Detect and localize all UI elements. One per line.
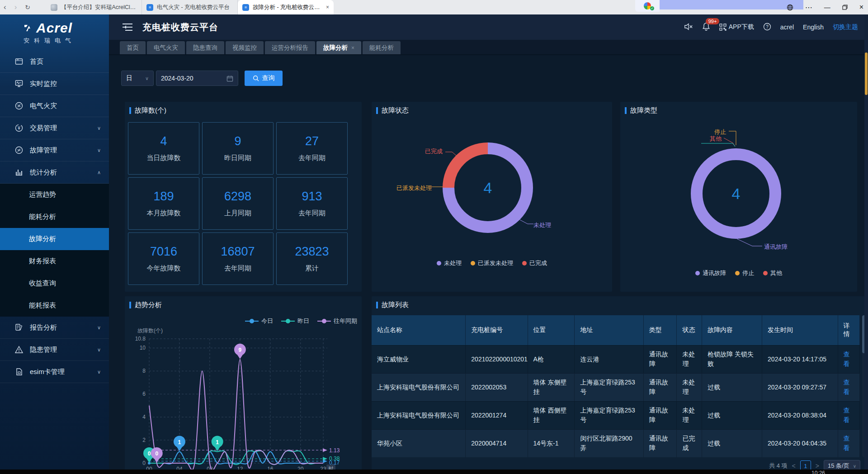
- chevron-down-icon: ∨: [97, 147, 101, 153]
- prev-page-icon[interactable]: <: [792, 462, 796, 469]
- chevron-down-icon: ∨: [853, 464, 856, 469]
- window-minimize-button[interactable]: —: [824, 4, 830, 11]
- browser-menu-icon[interactable]: ⋯: [805, 3, 812, 12]
- chevron-down-icon: ∨: [97, 369, 101, 375]
- tab-电气火灾[interactable]: 电气火灾: [147, 41, 185, 54]
- sidebar-item-隐患管理[interactable]: 隐患管理∨: [0, 339, 109, 361]
- stat-card: 189本月故障数: [128, 177, 199, 230]
- stat-label: 当日故障数: [147, 154, 181, 162]
- sidebar-subitem-收益查询[interactable]: 收益查询: [0, 272, 109, 294]
- sidebar-subitem-能耗分析[interactable]: 能耗分析: [0, 206, 109, 228]
- stat-label: 上月同期: [224, 209, 251, 218]
- legend-item-已派发未处理[interactable]: 已派发未处理: [471, 259, 513, 267]
- sidebar-item-交易管理[interactable]: ¥交易管理∨: [0, 117, 109, 139]
- sidebar-item-esim卡管理[interactable]: esim卡管理∨: [0, 361, 109, 383]
- theme-toggle[interactable]: 切换主题: [833, 23, 858, 31]
- notification-bell-icon[interactable]: 99+: [702, 22, 710, 32]
- cell: 2024-03-20 14:17:05: [762, 345, 838, 373]
- fault-type-panel: 故障类型 4 停止 其他 通讯故障 通讯故障停止其他: [620, 102, 857, 292]
- browser-chrome: ‹ › ↻ 【平台介绍】安科瑞AcrelCloud-9≡电气火灾 - 充电桩收费…: [0, 0, 868, 14]
- cell: 未处理: [677, 401, 702, 429]
- cell: 2020004714: [466, 429, 528, 457]
- browser-reload-icon[interactable]: ↻: [25, 4, 30, 11]
- page-scrollbar-thumb[interactable]: [865, 52, 868, 95]
- username[interactable]: acrel: [780, 24, 794, 31]
- tab-首页[interactable]: 首页: [120, 41, 146, 54]
- tab-视频监控[interactable]: 视频监控: [226, 41, 264, 54]
- tab-label: 首页: [127, 44, 139, 52]
- cell: 未处理: [677, 373, 702, 401]
- sidebar-item-统计分析[interactable]: 统计分析∧: [0, 161, 109, 184]
- legend-dot: [437, 261, 441, 265]
- tab-能耗分析[interactable]: 能耗分析: [363, 41, 401, 54]
- help-icon[interactable]: ?: [763, 23, 771, 32]
- legend-label: 已完成: [529, 259, 547, 267]
- sidebar-item-报告分析[interactable]: 报告分析∨: [0, 317, 109, 339]
- stat-card: 913去年同期: [276, 177, 348, 230]
- svg-text:9: 9: [239, 347, 242, 353]
- sidebar-item-实时监控[interactable]: 实时监控: [0, 73, 109, 95]
- window-restore-button[interactable]: [842, 5, 848, 10]
- pagination-total: 共 4 项: [769, 462, 787, 470]
- sidebar-subitem-能耗报表[interactable]: 能耗报表: [0, 294, 109, 317]
- sidebar-item-label: 故障管理: [30, 146, 57, 155]
- mute-icon[interactable]: [684, 23, 693, 32]
- legend-dot: [735, 271, 740, 275]
- sidebar-item-故障管理[interactable]: 故障管理∨: [0, 139, 109, 161]
- electric-fire-icon: [14, 101, 24, 110]
- legend-item-未处理[interactable]: 未处理: [437, 259, 462, 267]
- stat-value: 23823: [295, 245, 329, 259]
- legend-item-其他[interactable]: 其他: [763, 269, 782, 277]
- legend-item-已完成[interactable]: 已完成: [522, 259, 547, 267]
- legend-item-停止[interactable]: 停止: [735, 269, 754, 277]
- sidebar-item-label: 电气火灾: [30, 102, 57, 110]
- app-download-button[interactable]: APP下载: [719, 23, 754, 31]
- cell: 通讯故障: [643, 345, 677, 373]
- page-scrollbar[interactable]: [864, 14, 868, 474]
- sidebar-item-电气火灾[interactable]: 电气火灾: [0, 95, 109, 117]
- cell: 墙体 东侧壁挂: [528, 373, 575, 401]
- view-detail-link[interactable]: 查看: [844, 351, 850, 367]
- donut-label-other: 其他: [710, 135, 722, 143]
- panel-title: 故障数(个): [125, 102, 362, 115]
- sidebar-collapse-icon[interactable]: [123, 24, 132, 31]
- language-switch[interactable]: English: [803, 24, 824, 31]
- column-header-站点名称: 站点名称: [372, 315, 466, 345]
- sidebar-subitem-运营趋势[interactable]: 运营趋势: [0, 184, 109, 206]
- browser-tab[interactable]: ≡故障分析 - 充电桩收费云平台×: [238, 0, 334, 14]
- tab-close-icon[interactable]: ×: [326, 4, 329, 10]
- browser-tabstrip: 【平台介绍】安科瑞AcrelCloud-9≡电气火灾 - 充电桩收费云平台≡故障…: [46, 0, 334, 14]
- tab-隐患查询[interactable]: 隐患查询: [186, 41, 224, 54]
- svg-text:4: 4: [732, 185, 741, 202]
- browser-forward-icon[interactable]: ›: [14, 3, 17, 12]
- browser-back-icon[interactable]: ‹: [4, 3, 6, 12]
- globe-icon[interactable]: [787, 4, 793, 11]
- svg-text:10: 10: [140, 345, 146, 351]
- tab-label: 视频监控: [232, 44, 257, 52]
- window-close-button[interactable]: ×: [859, 3, 863, 11]
- logo-text: Acrel: [36, 20, 72, 36]
- sidebar-subitem-故障分析[interactable]: 故障分析: [0, 228, 109, 250]
- tab-close-icon[interactable]: ×: [351, 45, 354, 51]
- filter-bar: 日∨ 2024-03-20 查询: [119, 71, 309, 87]
- view-detail-link[interactable]: 查看: [844, 407, 850, 423]
- period-select[interactable]: 日∨: [121, 71, 154, 86]
- cell: 2022002053: [466, 373, 528, 401]
- view-detail-link[interactable]: 查看: [844, 435, 850, 451]
- browser-tab[interactable]: 【平台介绍】安科瑞AcrelCloud-9: [46, 0, 142, 14]
- stat-card: 9昨日同期: [202, 122, 274, 175]
- view-detail-link[interactable]: 查看: [844, 379, 850, 395]
- tab-故障分析[interactable]: 故障分析×: [316, 41, 361, 54]
- tab-运营分析报告[interactable]: 运营分析报告: [265, 41, 315, 54]
- next-page-icon[interactable]: >: [816, 462, 819, 469]
- search-button[interactable]: 查询: [245, 71, 283, 86]
- sidebar-subitem-财务报表[interactable]: 财务报表: [0, 250, 109, 272]
- sidebar-item-首页[interactable]: 首页: [0, 51, 109, 73]
- browser-tab[interactable]: ≡电气火灾 - 充电桩收费云平台: [142, 0, 238, 14]
- date-input[interactable]: 2024-03-20: [156, 71, 238, 86]
- svg-text:0: 0: [148, 450, 151, 457]
- stat-label: 去年同期: [298, 209, 326, 218]
- sidebar-item-label: 报告分析: [30, 323, 57, 332]
- legend-item-通讯故障[interactable]: 通讯故障: [695, 269, 726, 277]
- cell: 连云港: [575, 345, 643, 373]
